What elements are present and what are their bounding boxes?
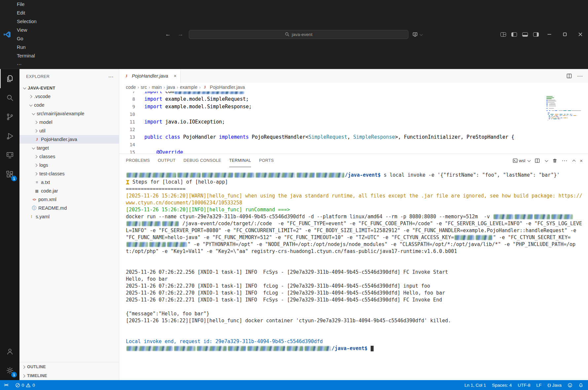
status-language-mode[interactable]: { }Java: [544, 380, 565, 390]
tree-item-classes[interactable]: classes: [19, 152, 119, 161]
breadcrumb-item-example[interactable]: example: [180, 85, 198, 90]
forward-arrow-icon[interactable]: →: [176, 31, 185, 38]
chevron-right-icon: [34, 171, 39, 176]
notifications-button[interactable]: [575, 380, 588, 390]
breadcrumb-item-main[interactable]: main: [152, 85, 162, 90]
code-text: import example.model.SimpleRequest;: [135, 95, 249, 103]
section-outline[interactable]: OUTLINE: [19, 362, 119, 371]
tab-pojohandler-java[interactable]: J PojoHandler.java ×: [119, 69, 181, 83]
panel-actions: wsl ⋯ ×: [513, 157, 583, 164]
activity-account[interactable]: [0, 342, 19, 361]
code-line: 7import com: [119, 91, 588, 95]
minimap-line: [546, 108, 583, 109]
breadcrumb-item-pojohandler-java[interactable]: PojoHandler.java: [210, 85, 245, 90]
status-encoding[interactable]: UTF-8: [515, 380, 533, 390]
tree-item-readme-md[interactable]: ⓘREADME.md: [19, 204, 119, 212]
tree-item-test-classes[interactable]: test-classes: [19, 169, 119, 178]
tree-item-src-main-java-example[interactable]: src\main\java\example: [19, 109, 119, 118]
toggle-panel-icon[interactable]: [522, 32, 528, 37]
tree-item-vscode[interactable]: .vscode: [19, 92, 119, 101]
minimap-line: [546, 106, 583, 106]
split-editor-icon[interactable]: [567, 73, 572, 79]
split-terminal-icon[interactable]: [535, 158, 540, 163]
redacted-text: [127, 221, 140, 226]
command-center-search[interactable]: java-event: [189, 30, 409, 39]
close-panel-icon[interactable]: ×: [580, 158, 583, 163]
panel-tab-debug-console[interactable]: DEBUG CONSOLE: [183, 154, 221, 167]
minimap[interactable]: [546, 96, 583, 122]
menu-file[interactable]: File: [14, 0, 40, 9]
panel-tab-problems[interactable]: PROBLEMS: [126, 154, 150, 167]
search-value: java-event: [292, 32, 312, 37]
tree-item-pojohandler-java[interactable]: JPojoHandler.java: [19, 135, 119, 144]
tree-item-a-txt[interactable]: ≡a.txt: [19, 178, 119, 187]
code-editor[interactable]: 7import com8import example.model.SimpleR…: [119, 91, 588, 154]
breadcrumb-item-src[interactable]: src: [141, 85, 147, 90]
kill-terminal-icon[interactable]: [552, 158, 557, 163]
panel-tab-terminal[interactable]: TERMINAL: [229, 154, 251, 167]
menu-selection[interactable]: Selection: [14, 17, 40, 26]
menu-item[interactable]: ⋯: [14, 60, 40, 69]
tree-item-label: README.md: [38, 205, 67, 211]
toggle-primary-sidebar-icon[interactable]: [511, 32, 517, 37]
activity-run-debug[interactable]: [0, 126, 19, 146]
close-button[interactable]: [572, 27, 588, 41]
activity-remote-explorer[interactable]: [0, 146, 19, 165]
tree-item-logs[interactable]: logs: [19, 161, 119, 169]
activity-source-control[interactable]: [0, 107, 19, 126]
tree-item-label: util: [39, 128, 46, 133]
tree-item-code-jar[interactable]: ▦code.jar: [19, 187, 119, 195]
vscode-logo: [3, 31, 11, 38]
activity-extensions[interactable]: 1: [0, 165, 19, 184]
explorer-actions-icon[interactable]: ⋯: [108, 74, 114, 80]
back-arrow-icon[interactable]: ←: [164, 31, 172, 38]
status-cursor-position[interactable]: Ln 1, Col 1: [461, 380, 489, 390]
close-tab-icon[interactable]: ×: [174, 73, 176, 79]
menu-go[interactable]: Go: [14, 34, 40, 43]
status-eol[interactable]: LF: [533, 380, 545, 390]
menu-run[interactable]: Run: [14, 43, 40, 52]
minimap-line: [546, 101, 583, 101]
redacted-text: [127, 173, 176, 178]
toggle-secondary-sidebar-icon[interactable]: [533, 32, 539, 37]
panel-tab-ports[interactable]: PORTS: [259, 154, 274, 167]
maximize-button[interactable]: [557, 27, 572, 41]
activity-explorer[interactable]: [0, 69, 19, 88]
terminal-profile-selector[interactable]: wsl: [513, 158, 531, 163]
tree-item-pom-xml[interactable]: <>pom.xml: [19, 195, 119, 204]
maximize-panel-icon[interactable]: [571, 158, 575, 163]
terminal-line: [2025-11-26 15:26:22][INFO][hello_func] …: [126, 317, 583, 324]
customize-layout-icon[interactable]: [500, 32, 506, 37]
section-timeline[interactable]: TIMELINE: [19, 371, 119, 380]
search-icon: [6, 93, 14, 102]
chevron-down-icon: [527, 158, 531, 163]
menu-terminal[interactable]: Terminal: [14, 52, 40, 60]
open-remote-window-button[interactable]: [413, 32, 424, 37]
code-text: @Override: [135, 149, 183, 154]
tree-root-java-event[interactable]: JAVA-EVENT: [19, 84, 119, 92]
activity-settings[interactable]: 1: [0, 361, 19, 380]
problems-status[interactable]: 0 0: [12, 380, 38, 390]
panel-more-actions-icon[interactable]: ⋯: [562, 157, 567, 164]
tree-item-util[interactable]: util: [19, 126, 119, 135]
menu-edit[interactable]: Edit: [14, 9, 40, 17]
minimize-button[interactable]: [541, 27, 557, 41]
remote-indicator[interactable]: ><: [0, 380, 12, 390]
terminal-line: 2025-11-26 07:26:22.256 [XNIO-1 task-1] …: [126, 269, 583, 276]
menu-view[interactable]: View: [14, 26, 40, 34]
tree-item-model[interactable]: model: [19, 118, 119, 126]
chevron-down-icon[interactable]: [544, 158, 548, 163]
more-actions-icon[interactable]: ⋯: [577, 73, 583, 80]
feedback-button[interactable]: [565, 380, 575, 390]
tree-item-target[interactable]: target: [19, 144, 119, 152]
tree-item-code[interactable]: code: [19, 101, 119, 109]
remote-icon: ><: [4, 383, 8, 387]
file-tree[interactable]: JAVA-EVENT .vscodecodesrc\main\java\exam…: [19, 82, 119, 362]
status-indentation[interactable]: Spaces: 4: [489, 380, 515, 390]
terminal[interactable]: /java-event$ s local invoke -e '{"firstN…: [119, 167, 588, 380]
breadcrumb-item-java[interactable]: java: [166, 85, 175, 90]
breadcrumb-item-code[interactable]: code: [126, 85, 136, 90]
activity-search[interactable]: [0, 88, 19, 107]
tree-item-s-yaml[interactable]: !s.yaml: [19, 212, 119, 221]
panel-tab-output[interactable]: OUTPUT: [158, 154, 176, 167]
